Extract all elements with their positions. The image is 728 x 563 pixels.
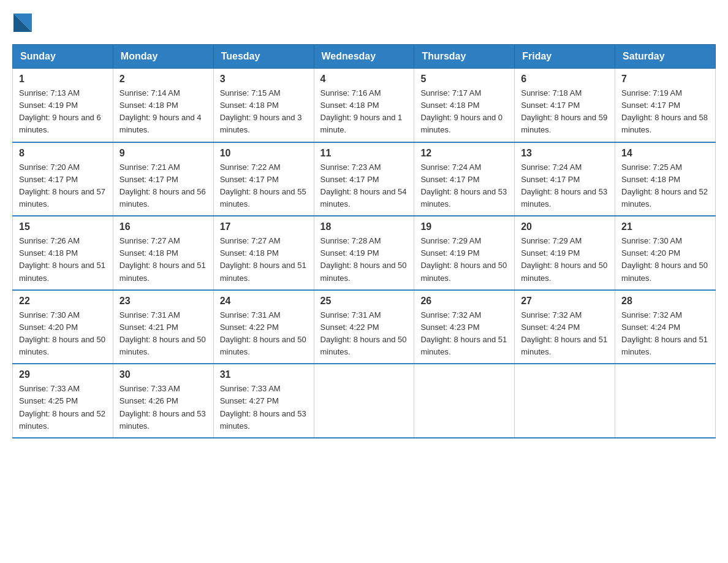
logo	[12, 12, 32, 32]
day-number: 18	[320, 221, 408, 232]
calendar-cell: 5 Sunrise: 7:17 AM Sunset: 4:18 PM Dayli…	[414, 69, 515, 142]
day-info: Sunrise: 7:24 AM Sunset: 4:17 PM Dayligh…	[521, 161, 609, 211]
page-header	[12, 12, 716, 32]
day-number: 22	[19, 296, 107, 307]
day-number: 24	[220, 296, 308, 307]
day-number: 27	[521, 296, 609, 307]
calendar-cell: 22 Sunrise: 7:30 AM Sunset: 4:20 PM Dayl…	[13, 290, 113, 364]
calendar-cell: 6 Sunrise: 7:18 AM Sunset: 4:17 PM Dayli…	[515, 69, 615, 142]
day-info: Sunrise: 7:13 AM Sunset: 4:19 PM Dayligh…	[19, 87, 107, 137]
day-info: Sunrise: 7:21 AM Sunset: 4:17 PM Dayligh…	[119, 161, 207, 211]
day-info: Sunrise: 7:30 AM Sunset: 4:20 PM Dayligh…	[621, 235, 709, 285]
day-info: Sunrise: 7:23 AM Sunset: 4:17 PM Dayligh…	[320, 161, 408, 211]
day-info: Sunrise: 7:17 AM Sunset: 4:18 PM Dayligh…	[420, 87, 508, 137]
day-number: 10	[220, 148, 308, 159]
calendar-cell: 27 Sunrise: 7:32 AM Sunset: 4:24 PM Dayl…	[515, 290, 615, 364]
calendar-cell: 10 Sunrise: 7:22 AM Sunset: 4:17 PM Dayl…	[213, 142, 314, 216]
calendar-cell: 26 Sunrise: 7:32 AM Sunset: 4:23 PM Dayl…	[414, 290, 515, 364]
calendar-cell: 8 Sunrise: 7:20 AM Sunset: 4:17 PM Dayli…	[13, 142, 113, 216]
calendar-week-1: 1 Sunrise: 7:13 AM Sunset: 4:19 PM Dayli…	[13, 69, 716, 142]
day-number: 25	[320, 296, 408, 307]
day-number: 3	[220, 74, 308, 85]
calendar-cell: 1 Sunrise: 7:13 AM Sunset: 4:19 PM Dayli…	[13, 69, 113, 142]
calendar-cell: 12 Sunrise: 7:24 AM Sunset: 4:17 PM Dayl…	[414, 142, 515, 216]
day-number: 26	[420, 296, 508, 307]
weekday-header-row: SundayMondayTuesdayWednesdayThursdayFrid…	[13, 45, 716, 69]
calendar-cell: 21 Sunrise: 7:30 AM Sunset: 4:20 PM Dayl…	[615, 216, 716, 290]
day-info: Sunrise: 7:29 AM Sunset: 4:19 PM Dayligh…	[420, 235, 508, 285]
calendar-week-2: 8 Sunrise: 7:20 AM Sunset: 4:17 PM Dayli…	[13, 142, 716, 216]
calendar-cell: 3 Sunrise: 7:15 AM Sunset: 4:18 PM Dayli…	[213, 69, 314, 142]
calendar-cell: 31 Sunrise: 7:33 AM Sunset: 4:27 PM Dayl…	[213, 364, 314, 438]
day-info: Sunrise: 7:33 AM Sunset: 4:25 PM Dayligh…	[19, 383, 107, 432]
day-info: Sunrise: 7:14 AM Sunset: 4:18 PM Dayligh…	[119, 87, 207, 137]
day-info: Sunrise: 7:28 AM Sunset: 4:19 PM Dayligh…	[320, 235, 408, 285]
day-info: Sunrise: 7:32 AM Sunset: 4:23 PM Dayligh…	[420, 309, 508, 359]
calendar-cell: 9 Sunrise: 7:21 AM Sunset: 4:17 PM Dayli…	[113, 142, 213, 216]
calendar-cell: 23 Sunrise: 7:31 AM Sunset: 4:21 PM Dayl…	[113, 290, 213, 364]
day-info: Sunrise: 7:18 AM Sunset: 4:17 PM Dayligh…	[521, 87, 609, 137]
day-number: 2	[119, 74, 207, 85]
day-number: 20	[521, 221, 609, 232]
calendar-week-5: 29 Sunrise: 7:33 AM Sunset: 4:25 PM Dayl…	[13, 364, 716, 438]
calendar-week-3: 15 Sunrise: 7:26 AM Sunset: 4:18 PM Dayl…	[13, 216, 716, 290]
day-info: Sunrise: 7:16 AM Sunset: 4:18 PM Dayligh…	[320, 87, 408, 137]
calendar-week-4: 22 Sunrise: 7:30 AM Sunset: 4:20 PM Dayl…	[13, 290, 716, 364]
day-info: Sunrise: 7:27 AM Sunset: 4:18 PM Dayligh…	[119, 235, 207, 285]
calendar-cell: 19 Sunrise: 7:29 AM Sunset: 4:19 PM Dayl…	[414, 216, 515, 290]
calendar-cell: 24 Sunrise: 7:31 AM Sunset: 4:22 PM Dayl…	[213, 290, 314, 364]
day-info: Sunrise: 7:22 AM Sunset: 4:17 PM Dayligh…	[220, 161, 308, 211]
calendar-cell	[314, 364, 414, 438]
day-number: 19	[420, 221, 508, 232]
day-number: 4	[320, 74, 408, 85]
day-info: Sunrise: 7:29 AM Sunset: 4:19 PM Dayligh…	[521, 235, 609, 285]
day-number: 17	[220, 221, 308, 232]
calendar-cell: 30 Sunrise: 7:33 AM Sunset: 4:26 PM Dayl…	[113, 364, 213, 438]
calendar-cell: 14 Sunrise: 7:25 AM Sunset: 4:18 PM Dayl…	[615, 142, 716, 216]
calendar-cell: 15 Sunrise: 7:26 AM Sunset: 4:18 PM Dayl…	[13, 216, 113, 290]
day-number: 9	[119, 148, 207, 159]
calendar-cell: 13 Sunrise: 7:24 AM Sunset: 4:17 PM Dayl…	[515, 142, 615, 216]
day-info: Sunrise: 7:19 AM Sunset: 4:17 PM Dayligh…	[621, 87, 709, 137]
day-number: 28	[621, 296, 709, 307]
calendar-cell: 29 Sunrise: 7:33 AM Sunset: 4:25 PM Dayl…	[13, 364, 113, 438]
day-number: 30	[119, 369, 207, 380]
calendar-cell: 18 Sunrise: 7:28 AM Sunset: 4:19 PM Dayl…	[314, 216, 414, 290]
weekday-header-wednesday: Wednesday	[314, 45, 414, 69]
weekday-header-saturday: Saturday	[615, 45, 716, 69]
day-info: Sunrise: 7:27 AM Sunset: 4:18 PM Dayligh…	[220, 235, 308, 285]
day-number: 15	[19, 221, 107, 232]
day-number: 13	[521, 148, 609, 159]
day-number: 5	[420, 74, 508, 85]
day-info: Sunrise: 7:20 AM Sunset: 4:17 PM Dayligh…	[19, 161, 107, 211]
day-info: Sunrise: 7:32 AM Sunset: 4:24 PM Dayligh…	[521, 309, 609, 359]
calendar-cell: 4 Sunrise: 7:16 AM Sunset: 4:18 PM Dayli…	[314, 69, 414, 142]
calendar-cell: 11 Sunrise: 7:23 AM Sunset: 4:17 PM Dayl…	[314, 142, 414, 216]
weekday-header-thursday: Thursday	[414, 45, 515, 69]
calendar-table: SundayMondayTuesdayWednesdayThursdayFrid…	[12, 44, 716, 439]
weekday-header-tuesday: Tuesday	[213, 45, 314, 69]
calendar-cell: 20 Sunrise: 7:29 AM Sunset: 4:19 PM Dayl…	[515, 216, 615, 290]
calendar-cell	[414, 364, 515, 438]
day-info: Sunrise: 7:31 AM Sunset: 4:22 PM Dayligh…	[220, 309, 308, 359]
day-number: 12	[420, 148, 508, 159]
calendar-cell: 7 Sunrise: 7:19 AM Sunset: 4:17 PM Dayli…	[615, 69, 716, 142]
calendar-cell: 17 Sunrise: 7:27 AM Sunset: 4:18 PM Dayl…	[213, 216, 314, 290]
day-info: Sunrise: 7:31 AM Sunset: 4:22 PM Dayligh…	[320, 309, 408, 359]
day-info: Sunrise: 7:33 AM Sunset: 4:26 PM Dayligh…	[119, 383, 207, 432]
day-number: 14	[621, 148, 709, 159]
day-info: Sunrise: 7:26 AM Sunset: 4:18 PM Dayligh…	[19, 235, 107, 285]
calendar-cell	[515, 364, 615, 438]
day-info: Sunrise: 7:15 AM Sunset: 4:18 PM Dayligh…	[220, 87, 308, 137]
calendar-cell: 28 Sunrise: 7:32 AM Sunset: 4:24 PM Dayl…	[615, 290, 716, 364]
weekday-header-friday: Friday	[515, 45, 615, 69]
day-info: Sunrise: 7:30 AM Sunset: 4:20 PM Dayligh…	[19, 309, 107, 359]
day-number: 8	[19, 148, 107, 159]
day-info: Sunrise: 7:33 AM Sunset: 4:27 PM Dayligh…	[220, 383, 308, 432]
day-info: Sunrise: 7:32 AM Sunset: 4:24 PM Dayligh…	[621, 309, 709, 359]
day-number: 7	[621, 74, 709, 85]
day-info: Sunrise: 7:31 AM Sunset: 4:21 PM Dayligh…	[119, 309, 207, 359]
day-info: Sunrise: 7:24 AM Sunset: 4:17 PM Dayligh…	[420, 161, 508, 211]
day-info: Sunrise: 7:25 AM Sunset: 4:18 PM Dayligh…	[621, 161, 709, 211]
day-number: 16	[119, 221, 207, 232]
